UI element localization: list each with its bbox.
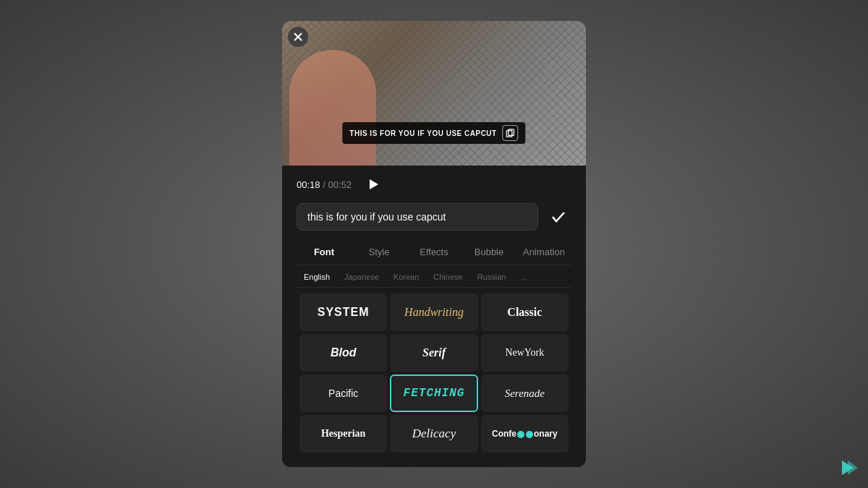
tab-font[interactable]: Font: [297, 241, 352, 263]
format-tabs: Font Style Effects Bubble Animation: [297, 241, 571, 265]
dot-1: [517, 431, 524, 438]
font-cell-confectionery[interactable]: Confeonary: [481, 415, 569, 453]
copy-icon: [506, 129, 515, 137]
subtitle-copy-icon[interactable]: [503, 125, 519, 141]
check-icon: [550, 209, 566, 225]
font-label-blod: Blod: [331, 346, 357, 359]
close-button[interactable]: [288, 27, 308, 47]
tab-animation[interactable]: Animation: [516, 241, 571, 263]
time-display: 00:18 / 00:52: [297, 179, 352, 190]
lang-english[interactable]: English: [297, 270, 337, 284]
lang-more[interactable]: ...: [513, 270, 534, 284]
controls-area: 00:18 / 00:52 Font Style Effects: [282, 166, 586, 467]
confirm-button[interactable]: [545, 204, 571, 230]
font-label-confectionery: Confeonary: [492, 429, 558, 439]
font-cell-serenade[interactable]: Serenade: [481, 374, 569, 412]
font-label-hesperian: Hesperian: [321, 428, 365, 440]
text-input-row: [297, 203, 571, 231]
font-label-handwriting: Handwriting: [404, 306, 464, 319]
font-label-classic: Classic: [507, 306, 542, 319]
caption-input[interactable]: [297, 203, 538, 231]
font-cell-hesperian[interactable]: Hesperian: [299, 415, 387, 453]
subtitle-text: THIS IS FOR YOU IF YOU USE CAPCUT: [349, 129, 496, 137]
font-label-newyork: NewYork: [505, 347, 544, 359]
subtitle-bar: THIS IS FOR YOU IF YOU USE CAPCUT: [342, 122, 525, 144]
font-cell-system[interactable]: SYSTEM: [299, 294, 387, 331]
time-row: 00:18 / 00:52: [297, 174, 571, 194]
play-icon: [367, 178, 380, 191]
font-label-delicacy: Delicacy: [412, 427, 456, 441]
font-cell-blod[interactable]: Blod: [299, 334, 387, 372]
font-label-system: SYSTEM: [318, 306, 370, 319]
font-grid: SYSTEM Handwriting Classic Blod Serif Ne…: [297, 288, 571, 458]
dot-2: [526, 431, 533, 438]
video-hand-element: [289, 50, 376, 166]
tab-effects[interactable]: Effects: [407, 241, 461, 263]
language-tabs: English Japanese Korean Chinese Russian …: [297, 265, 571, 288]
lang-japanese[interactable]: Japanese: [337, 270, 386, 284]
svg-marker-4: [370, 179, 378, 189]
editor-panel: THIS IS FOR YOU IF YOU USE CAPCUT 00:18 …: [282, 21, 586, 467]
font-cell-delicacy[interactable]: Delicacy: [390, 415, 477, 453]
font-cell-handwriting[interactable]: Handwriting: [390, 294, 477, 331]
video-preview: THIS IS FOR YOU IF YOU USE CAPCUT: [282, 21, 586, 166]
svg-marker-6: [848, 461, 858, 475]
font-cell-classic[interactable]: Classic: [481, 294, 569, 331]
font-label-serenade: Serenade: [505, 388, 545, 400]
font-label-pacific: Pacific: [328, 388, 358, 399]
tab-style[interactable]: Style: [352, 241, 407, 263]
font-cell-fetching[interactable]: FETCHING: [390, 374, 477, 412]
play-button[interactable]: [363, 174, 383, 194]
lang-russian[interactable]: Russian: [470, 270, 514, 284]
capcut-icon: [838, 458, 858, 478]
time-total: 00:52: [328, 179, 352, 190]
tab-bubble[interactable]: Bubble: [461, 241, 516, 263]
font-label-fetching: FETCHING: [404, 387, 465, 400]
lang-korean[interactable]: Korean: [386, 270, 426, 284]
time-current: 00:18: [297, 179, 320, 190]
font-cell-pacific[interactable]: Pacific: [299, 374, 387, 412]
close-icon: [293, 32, 303, 42]
font-label-serif: Serif: [422, 346, 446, 359]
font-cell-serif[interactable]: Serif: [390, 334, 477, 372]
font-cell-newyork[interactable]: NewYork: [481, 334, 569, 372]
capcut-logo: [838, 458, 858, 478]
lang-chinese[interactable]: Chinese: [426, 270, 469, 284]
